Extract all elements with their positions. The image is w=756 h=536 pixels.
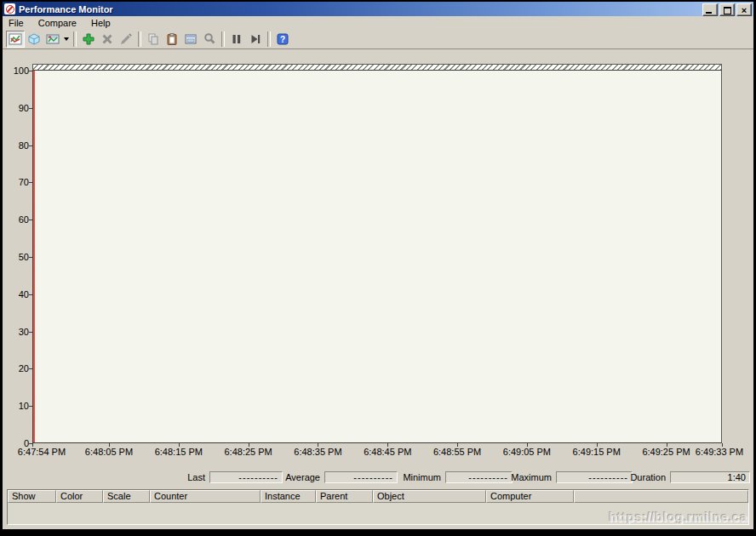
restore-button[interactable] bbox=[719, 3, 735, 16]
y-tick-mark bbox=[29, 406, 32, 407]
view-current-activity-button[interactable] bbox=[6, 31, 25, 48]
y-tick-label: 70 bbox=[5, 177, 29, 187]
legend-column-color[interactable]: Color bbox=[56, 490, 103, 503]
add-counter-button[interactable] bbox=[79, 31, 98, 48]
y-tick-label: 40 bbox=[5, 289, 29, 299]
last-label: Last bbox=[154, 472, 205, 482]
zoom-button[interactable] bbox=[200, 31, 219, 48]
close-icon: × bbox=[742, 6, 747, 14]
y-tick-mark bbox=[29, 71, 32, 71]
copy-properties-button[interactable] bbox=[144, 31, 163, 48]
graph-type-icon bbox=[46, 32, 60, 46]
legend-column-parent[interactable]: Parent bbox=[316, 490, 373, 503]
stat-duration: Duration 1:40 bbox=[615, 471, 750, 483]
toolbar-separator bbox=[73, 31, 77, 47]
legend-column-show[interactable]: Show bbox=[8, 490, 56, 503]
menu-help[interactable]: Help bbox=[89, 17, 117, 29]
x-tick-label: 6:49:33 PM bbox=[696, 447, 743, 457]
legend-header-row: ShowColorScaleCounterInstanceParentObjec… bbox=[8, 490, 748, 503]
x-tick-label: 6:48:45 PM bbox=[364, 447, 411, 457]
toolbar-separator bbox=[267, 31, 271, 47]
copy-icon bbox=[146, 32, 160, 46]
step-forward-icon bbox=[249, 32, 262, 46]
maximum-label: Maximum bbox=[501, 472, 552, 482]
x-tick-label: 6:47:54 PM bbox=[18, 447, 66, 457]
x-tick-label: 6:49:15 PM bbox=[573, 447, 621, 457]
view-log-data-button[interactable] bbox=[25, 31, 43, 48]
y-tick-label: 20 bbox=[5, 363, 29, 373]
y-tick-mark bbox=[29, 332, 32, 333]
clipboard-icon bbox=[165, 32, 179, 46]
watermark: https://blog.rmilne.ca bbox=[609, 510, 747, 524]
add-plus-icon bbox=[82, 32, 95, 46]
toolbar: ? bbox=[3, 29, 753, 49]
chart-icon bbox=[9, 32, 22, 46]
delete-counter-button[interactable] bbox=[98, 31, 117, 48]
pause-button[interactable] bbox=[227, 31, 246, 48]
svg-text:?: ? bbox=[280, 35, 285, 44]
graph-type-dropdown-arrow[interactable] bbox=[62, 31, 71, 48]
help-icon: ? bbox=[276, 32, 289, 46]
y-tick-mark bbox=[29, 220, 32, 220]
window-title: Performance Monitor bbox=[19, 4, 113, 14]
x-tick-label: 6:48:05 PM bbox=[85, 447, 133, 457]
minimum-label: Minimum bbox=[390, 472, 441, 482]
duration-value-field: 1:40 bbox=[670, 471, 750, 483]
y-tick-mark bbox=[29, 257, 32, 258]
minimize-button[interactable] bbox=[702, 3, 718, 16]
performance-monitor-window: Performance Monitor × File Compare Help bbox=[3, 2, 753, 529]
average-label: Average bbox=[269, 472, 320, 482]
stat-last: Last ---------- bbox=[154, 471, 283, 483]
highlight-button[interactable] bbox=[117, 31, 135, 48]
y-tick-label: 90 bbox=[5, 103, 29, 113]
properties-button[interactable] bbox=[181, 31, 200, 48]
y-tick-label: 60 bbox=[5, 214, 29, 225]
y-tick-mark bbox=[29, 294, 32, 295]
legend-column-scale[interactable]: Scale bbox=[103, 490, 150, 503]
window-controls: × bbox=[702, 3, 752, 16]
change-graph-type-button[interactable] bbox=[43, 31, 62, 48]
y-tick-label: 50 bbox=[5, 252, 29, 262]
toolbar-separator bbox=[138, 31, 141, 47]
menu-bar: File Compare Help bbox=[3, 16, 753, 29]
stat-maximum: Maximum ---------- bbox=[501, 471, 633, 483]
y-tick-mark bbox=[29, 108, 32, 109]
close-button[interactable]: × bbox=[736, 3, 752, 16]
average-value-field: ---------- bbox=[324, 471, 398, 483]
y-tick-mark bbox=[29, 145, 32, 146]
y-tick-label: 30 bbox=[5, 327, 29, 337]
y-tick-label: 80 bbox=[5, 140, 29, 151]
y-tick-mark bbox=[29, 182, 32, 183]
pencil-icon bbox=[119, 32, 133, 46]
chart-current-time-line bbox=[33, 71, 35, 442]
x-tick-label: 6:49:05 PM bbox=[503, 447, 551, 457]
minimize-icon bbox=[706, 12, 712, 14]
y-tick-mark bbox=[29, 368, 32, 369]
y-tick-label: 100 bbox=[5, 66, 29, 76]
title-bar[interactable]: Performance Monitor × bbox=[3, 2, 753, 16]
legend-column-object[interactable]: Object bbox=[373, 490, 486, 503]
database-cube-icon bbox=[27, 32, 41, 46]
x-tick-label: 6:48:35 PM bbox=[294, 447, 341, 457]
chart-plot-area bbox=[32, 71, 722, 443]
x-tick-label: 6:48:55 PM bbox=[433, 447, 481, 457]
menu-compare[interactable]: Compare bbox=[37, 17, 83, 29]
help-button[interactable]: ? bbox=[273, 31, 292, 48]
menu-file[interactable]: File bbox=[7, 17, 30, 29]
legend-column-counter[interactable]: Counter bbox=[150, 490, 261, 503]
x-tick-label: 6:48:15 PM bbox=[155, 447, 203, 457]
paste-counter-list-button[interactable] bbox=[163, 31, 181, 48]
stat-average: Average ---------- bbox=[269, 471, 398, 483]
update-data-button[interactable] bbox=[246, 31, 265, 48]
properties-icon bbox=[184, 32, 198, 46]
chart-time-bar bbox=[32, 64, 722, 71]
pause-icon bbox=[230, 32, 243, 46]
stat-minimum: Minimum ---------- bbox=[390, 471, 513, 483]
legend-column-computer[interactable]: Computer bbox=[486, 490, 574, 503]
y-tick-label: 10 bbox=[5, 401, 29, 411]
duration-label: Duration bbox=[615, 472, 666, 482]
x-tick-label: 6:49:25 PM bbox=[642, 447, 690, 457]
performance-monitor-icon bbox=[4, 3, 15, 14]
magnifier-icon bbox=[203, 32, 216, 46]
legend-column-instance[interactable]: Instance bbox=[261, 490, 316, 503]
